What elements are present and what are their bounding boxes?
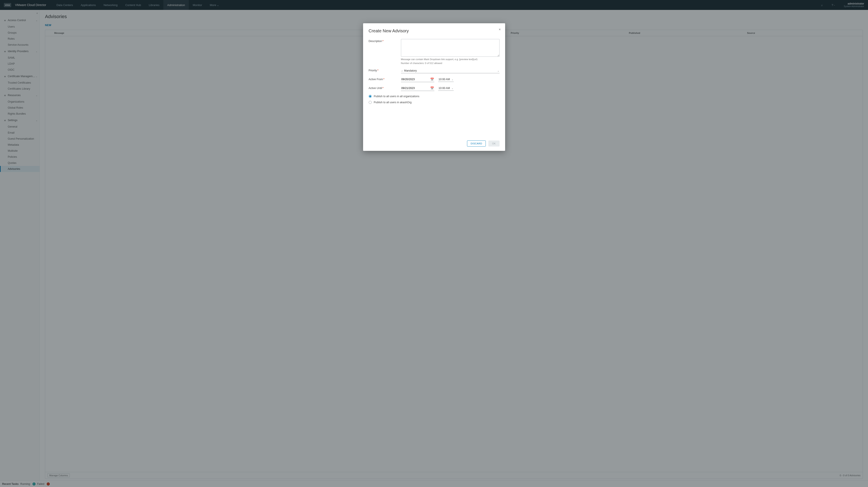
radio-icon-unselected — [369, 101, 372, 104]
active-from-time: 10:00 AM — [439, 78, 450, 81]
chevron-down-icon: ⌄ — [452, 87, 453, 89]
priority-value: Mandatory — [404, 69, 417, 72]
radio-publish-all-orgs[interactable]: Publish to all users in all organization… — [369, 95, 499, 98]
modal-title: Create New Advisory — [369, 28, 499, 33]
active-from-label: Active From — [369, 78, 383, 81]
radio-icon-selected — [369, 95, 372, 98]
radio-all-orgs-label: Publish to all users in all organization… — [374, 95, 420, 98]
discard-button[interactable]: DISCARD — [467, 141, 486, 146]
ok-button[interactable]: OK — [488, 141, 499, 146]
create-advisory-modal: × Create New Advisory Description* Messa… — [363, 23, 505, 151]
modal-overlay: × Create New Advisory Description* Messa… — [0, 0, 868, 487]
calendar-icon[interactable]: 📅 — [430, 78, 434, 81]
active-until-label: Active Until — [369, 87, 382, 90]
radio-this-org-label: Publish to all users in akashOrg — [374, 101, 412, 104]
priority-label: Priority — [369, 69, 377, 72]
description-label: Description — [369, 40, 382, 43]
priority-select[interactable]: ⌕ Mandatory ⌄ — [401, 68, 499, 73]
active-until-time-select[interactable]: 10:00 AM ⌄ — [438, 86, 454, 91]
active-from-date[interactable] — [401, 78, 430, 81]
active-from-time-select[interactable]: 10:00 AM ⌄ — [438, 77, 454, 82]
active-until-date-input[interactable]: 📅 — [401, 86, 434, 91]
chevron-down-icon: ⌄ — [497, 69, 499, 72]
search-mini-icon: ⌕ — [401, 69, 403, 72]
description-textarea[interactable] — [401, 39, 499, 57]
calendar-icon[interactable]: 📅 — [430, 86, 434, 90]
description-hint-1: Message can contain Mark Dropdown link s… — [401, 58, 499, 61]
active-until-date[interactable] — [401, 87, 430, 90]
description-hint-2: Number of characters: 0 of 512 allowed — [401, 62, 499, 64]
chevron-down-icon: ⌄ — [452, 78, 453, 81]
close-icon[interactable]: × — [499, 28, 501, 31]
active-until-time: 10:00 AM — [439, 87, 450, 90]
radio-publish-this-org[interactable]: Publish to all users in akashOrg — [369, 101, 499, 104]
active-from-date-input[interactable]: 📅 — [401, 77, 434, 82]
